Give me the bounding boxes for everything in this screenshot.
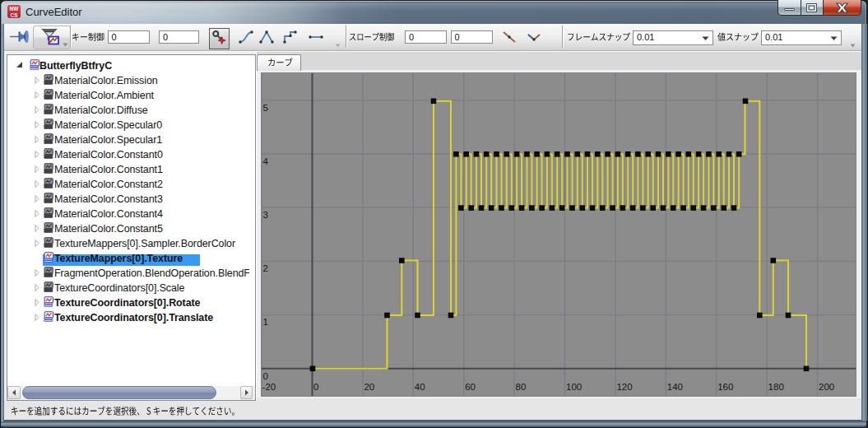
svg-text:5: 5 xyxy=(263,103,268,113)
svg-text:40: 40 xyxy=(415,382,425,392)
svg-text:20: 20 xyxy=(364,382,374,392)
svg-text:160: 160 xyxy=(717,382,733,392)
svg-text:180: 180 xyxy=(768,382,784,392)
svg-text:-20: -20 xyxy=(262,382,276,392)
svg-text:2: 2 xyxy=(263,263,268,273)
svg-text:4: 4 xyxy=(263,156,269,166)
svg-text:80: 80 xyxy=(516,382,527,392)
svg-text:0: 0 xyxy=(313,382,318,392)
svg-text:60: 60 xyxy=(465,382,476,392)
svg-text:140: 140 xyxy=(667,382,683,392)
svg-text:200: 200 xyxy=(819,382,834,392)
svg-text:0: 0 xyxy=(263,371,268,381)
svg-text:100: 100 xyxy=(566,382,582,392)
svg-text:120: 120 xyxy=(616,382,632,392)
svg-text:3: 3 xyxy=(263,210,268,220)
svg-text:1: 1 xyxy=(263,317,268,327)
